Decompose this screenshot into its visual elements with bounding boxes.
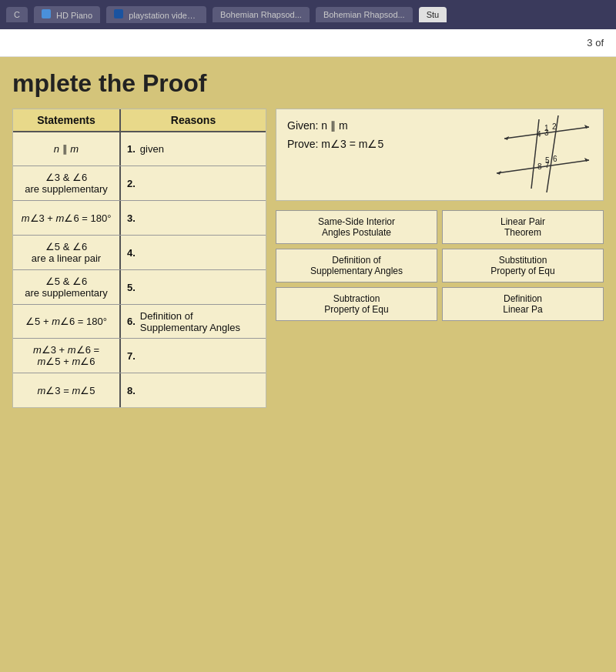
table-row: ∠5 & ∠6are a linear pair 4. [13,236,266,270]
reason-8-drop[interactable]: 8. [121,373,266,407]
table-row: m∠3 + m∠6 = 180° 3. [13,201,266,236]
answer-tile-def-supplementary[interactable]: Definition of Supplementary Angles [276,249,437,283]
piano-icon [42,9,51,18]
proof-area: Statements Reasons n ∥ m 1. given ∠3 & ∠… [12,109,604,408]
page-counter: 3 of [587,37,604,48]
tab-piano[interactable]: HD Piano [34,6,100,23]
svg-line-1 [497,160,589,173]
table-row: ∠3 & ∠6are supplementary 2. [13,166,266,201]
table-row: m∠3 + m∠6 =m∠5 + m∠6 7. [13,339,266,373]
tab-stu[interactable]: Stu [419,7,447,22]
table-row: ∠5 + m∠6 = 180° 6. Definition of Supplem… [13,305,266,339]
statement-4: ∠5 & ∠6are a linear pair [13,236,121,269]
col-header-statements: Statements [13,109,121,131]
diagram-box: Given: n ∥ m Prove: m∠3 = m∠5 [276,109,604,201]
page-title: mplete the Proof [12,69,604,98]
reason-7-drop[interactable]: 7. [121,339,266,373]
right-panel: Given: n ∥ m Prove: m∠3 = m∠5 [276,109,604,321]
reason-3-drop[interactable]: 3. [121,201,266,235]
answer-tile-def-linear[interactable]: Definition Linear Pa [442,287,604,321]
reason-4-drop[interactable]: 4. [121,236,266,269]
answer-tiles-area: Same-Side Interior Angles Postulate Line… [276,210,604,321]
tab-bohemian1[interactable]: Bohemian Rhapsod... [213,7,310,22]
svg-text:2: 2 [552,122,557,131]
reason-6: 6. Definition of Supplementary Angles [121,305,266,338]
svg-text:6: 6 [553,155,557,163]
answer-tile-row-3: Subtraction Property of Equ Definition L… [276,287,604,321]
svg-text:7: 7 [545,161,550,169]
svg-text:4: 4 [537,130,541,139]
tab-ps[interactable]: playstation video: l... [106,6,206,23]
tab-bohemian1-label: Bohemian Rhapsod... [220,10,302,19]
diagram-svg: 1 2 4 3 5 6 8 7 [489,115,597,196]
table-row: ∠5 & ∠6are supplementary 5. [13,270,266,305]
ps-icon [114,9,123,18]
tab-c[interactable]: C [6,7,28,22]
table-row: m∠3 = m∠5 8. [13,373,266,407]
tab-stu-label: Stu [427,10,440,19]
tab-bohemian2[interactable]: Bohemian Rhapsod... [316,7,413,22]
statement-8: m∠3 = m∠5 [13,373,121,407]
answer-tile-subtraction[interactable]: Subtraction Property of Equ [276,287,437,321]
tab-c-label: C [14,10,20,19]
tab-ps-label: playstation video: l... [129,11,206,20]
tab-bohemian2-label: Bohemian Rhapsod... [323,10,405,19]
statement-1: n ∥ m [13,132,121,165]
browser-bar: C HD Piano playstation video: l... Bohem… [0,0,616,29]
reason-1: 1. given [121,132,266,165]
statement-3: m∠3 + m∠6 = 180° [13,201,121,235]
proof-table: Statements Reasons n ∥ m 1. given ∠3 & ∠… [12,109,266,408]
answer-tile-substitution[interactable]: Substitution Property of Equ [442,249,604,283]
svg-text:8: 8 [537,162,542,171]
answer-tile-row-1: Same-Side Interior Angles Postulate Line… [276,210,604,244]
table-row: n ∥ m 1. given [13,132,266,166]
statement-2: ∠3 & ∠6are supplementary [13,166,121,200]
statement-7: m∠3 + m∠6 =m∠5 + m∠6 [13,339,121,373]
proof-table-header: Statements Reasons [13,109,266,132]
reason-5-drop[interactable]: 5. [121,270,266,304]
main-content: mplete the Proof Statements Reasons n ∥ … [0,57,616,672]
svg-text:3: 3 [544,129,549,137]
reason-2-drop[interactable]: 2. [121,166,266,200]
col-header-reasons: Reasons [121,109,266,131]
page-header: 3 of [0,29,616,57]
statement-5: ∠5 & ∠6are supplementary [13,270,121,304]
answer-tile-same-side[interactable]: Same-Side Interior Angles Postulate [276,210,437,244]
tab-piano-label: HD Piano [56,11,92,20]
answer-tile-row-2: Definition of Supplementary Angles Subst… [276,249,604,283]
answer-tile-linear-pair[interactable]: Linear Pair Theorem [442,210,604,244]
statement-6: ∠5 + m∠6 = 180° [13,305,121,338]
